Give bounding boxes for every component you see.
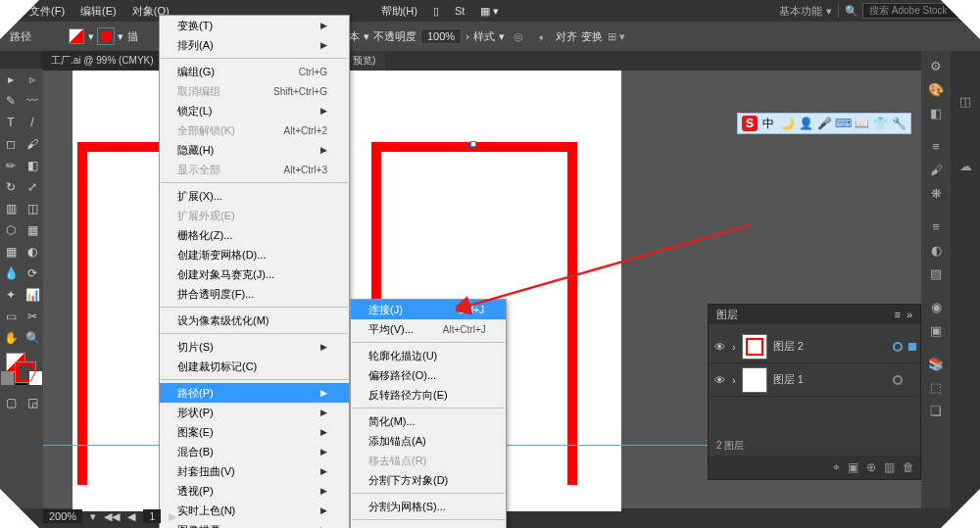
artboard-nav-prev-icon[interactable]: ◀◀ [104,510,120,523]
menu-item[interactable]: 锁定(L)▶ [160,101,349,120]
search-icon[interactable]: 🔍 [845,5,858,18]
artboard-number[interactable]: 1 [143,509,161,523]
menu-item[interactable]: 平均(V)...Alt+Ctrl+J [351,319,506,339]
menu-item[interactable]: 切片(S)▶ [160,337,349,357]
doc-setup-icon[interactable]: ◎ [509,26,528,46]
ime-skin-icon[interactable]: 👕 [872,116,888,131]
menu-item[interactable]: 偏移路径(O)... [351,365,506,385]
menubar-icon[interactable]: St [447,2,472,20]
menu-item[interactable]: 封套扭曲(V)▶ [160,461,349,481]
make-clip-icon[interactable]: ▣ [848,460,858,474]
ime-toolbar[interactable]: S 中 🌙 👤 🎤 ⌨ 📖 👕 🔧 [737,113,911,134]
brushes-icon[interactable]: 🖌 [921,159,951,180]
gradient-panel-icon[interactable]: ◐ [921,239,951,261]
visibility-toggle-icon[interactable]: 👁 [712,341,726,353]
properties-icon[interactable]: ⚙ [921,55,951,76]
menu-item[interactable]: 实时上色(N)▶ [160,501,349,520]
gradient-tool[interactable]: ◐ [22,241,43,263]
menu-item[interactable]: 创建裁切标记(C) [160,357,349,376]
menu-item[interactable]: 图像描摹▶ [160,520,349,528]
target-icon[interactable] [893,342,903,352]
menu-help[interactable]: 帮助(H) [373,1,425,22]
menubar-icon[interactable]: ▯ [425,2,447,21]
ime-lang-icon[interactable]: 中 [760,116,776,131]
brush-tool[interactable]: 🖌 [22,133,43,155]
line-tool[interactable]: / [22,112,43,133]
sogou-logo-icon[interactable]: S [742,116,758,131]
menu-edit[interactable]: 编辑(E) [73,1,124,22]
ime-user-icon[interactable]: 👤 [798,116,813,131]
symbol-sprayer-tool[interactable]: ✦ [0,284,22,306]
perspective-tool[interactable]: ▦ [22,219,43,241]
slice-tool[interactable]: ✂ [22,306,43,327]
artboard-tool[interactable]: ▭ [0,306,22,327]
menu-item[interactable]: 路径(P)▶ [160,383,349,403]
workspace-label[interactable]: 基本功能 [779,4,822,19]
panel-close-icon[interactable]: » [906,309,912,320]
menu-item[interactable]: 轮廓化描边(U) [351,346,506,365]
menu-item[interactable]: 连接(J)Ctrl+J [351,300,506,319]
menu-item[interactable]: 分割为网格(S)... [351,497,506,516]
artboard-nav-next-icon[interactable]: ▶ [169,510,176,523]
menu-item[interactable]: 分割下方对象(D) [351,470,506,490]
menu-item[interactable]: 添加锚点(A) [351,431,506,451]
menu-item[interactable]: 简化(M)... [351,411,506,431]
type-tool[interactable]: T [0,112,22,133]
menu-item[interactable]: 设为像素级优化(M) [160,311,349,330]
pen-tool[interactable]: ✎ [0,90,22,112]
recolor-icon[interactable]: ⬧ [532,26,552,46]
delete-layer-icon[interactable]: 🗑 [903,460,914,474]
symbols-icon[interactable]: ❋ [921,182,951,204]
chevron-right-icon[interactable]: › [466,30,469,42]
document-tab[interactable]: 工厂.ai @ 99% (CMYK) [41,51,164,71]
artboards-panel-icon[interactable]: ❏ [921,400,951,421]
transparency-icon[interactable]: ▨ [921,263,951,284]
expand-icon[interactable]: › [732,374,736,386]
menu-item[interactable]: 扩展(X)... [160,186,349,206]
menu-item[interactable]: 创建渐变网格(D)... [160,245,349,264]
pencil-tool[interactable]: ✏ [0,155,22,176]
rotate-tool[interactable]: ↻ [0,176,22,198]
layer-row[interactable]: 👁 › 图层 2 [709,330,920,363]
color-panel-icon[interactable]: 🎨 [921,78,951,100]
width-tool[interactable]: ▥ [0,198,22,219]
isolate-icon[interactable]: ⊞ ▾ [607,26,626,46]
menu-item[interactable]: 形状(P)▶ [160,403,349,422]
screen-mode-normal[interactable]: ▢ [0,392,22,413]
visibility-toggle-icon[interactable]: 👁 [712,374,726,386]
new-sublayer-icon[interactable]: ⊕ [866,460,876,474]
cc-libraries-icon[interactable]: ☁ [951,155,980,176]
graph-tool[interactable]: 📊 [22,284,43,306]
anchor-point[interactable] [470,141,476,147]
zoom-tool[interactable]: 🔍 [22,327,43,349]
ime-keyboard-icon[interactable]: ⌨ [835,116,851,131]
graphic-styles-icon[interactable]: ▣ [921,319,951,341]
menu-item[interactable]: 混合(B)▶ [160,442,349,461]
menu-item[interactable]: 反转路径方向(E) [351,385,506,405]
panel-menu-icon[interactable]: ≡ [894,309,900,320]
expand-icon[interactable]: › [732,341,736,353]
zoom-level[interactable]: 200% [43,509,82,523]
opacity-input[interactable]: 100% [420,28,462,44]
menu-item[interactable]: 隐藏(H)▶ [160,140,349,160]
menu-item[interactable]: 清理(C)... [351,523,506,528]
menu-item[interactable]: 编组(G)Ctrl+G [160,62,349,81]
free-transform-tool[interactable]: ◫ [22,198,43,219]
ime-settings-icon[interactable]: 🔧 [891,116,906,131]
align-label[interactable]: 对齐 [556,29,577,44]
eraser-tool[interactable]: ◧ [22,155,43,176]
swatches-icon[interactable]: ≡ [921,135,951,157]
appearance-icon[interactable]: ◉ [921,296,951,317]
stroke-panel-icon[interactable]: ≡ [921,216,951,237]
curvature-tool[interactable]: 〰 [22,90,43,112]
layer-row[interactable]: 👁 › 图层 1 [709,363,920,397]
ime-mic-icon[interactable]: 🎤 [816,116,832,131]
layer-name[interactable]: 图层 1 [773,372,887,387]
chevron-down-icon[interactable]: ▾ [499,30,505,43]
ime-moon-icon[interactable]: 🌙 [779,116,795,131]
color-guide-icon[interactable]: ◧ [921,102,951,123]
hand-tool[interactable]: ✋ [0,327,22,349]
menu-item[interactable]: 图案(E)▶ [160,422,349,442]
chevron-down-icon[interactable]: ▾ [90,510,96,523]
locate-layer-icon[interactable]: ⌖ [833,460,840,474]
